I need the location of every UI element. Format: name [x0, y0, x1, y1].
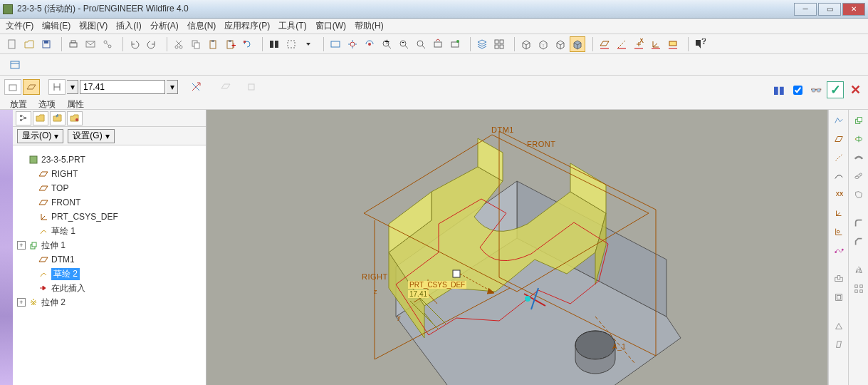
cut-icon[interactable]	[171, 36, 187, 52]
redo-icon[interactable]	[144, 36, 160, 52]
remove-material-icon[interactable]	[218, 79, 234, 95]
pause-icon[interactable]: ▮▮	[771, 82, 787, 98]
expand-icon[interactable]: +	[17, 241, 26, 250]
round-tool-icon[interactable]	[851, 215, 867, 231]
reorient-icon[interactable]	[430, 36, 446, 52]
swept-blend-tool-icon[interactable]	[851, 187, 867, 202]
view-mgr-icon[interactable]	[328, 36, 343, 52]
tree-show-button[interactable]: 显示(O)▾	[17, 129, 63, 143]
dimension-value[interactable]: 17.41	[408, 290, 429, 298]
menu-info[interactable]: 信息(N)	[187, 20, 216, 32]
help-icon[interactable]: ?	[692, 36, 708, 52]
mirror-tool-icon[interactable]	[851, 262, 867, 278]
tree-settings-button[interactable]: 设置(G)▾	[68, 129, 114, 143]
datum-axis-toggle-icon[interactable]	[614, 36, 629, 52]
close-button[interactable]: ✕	[842, 3, 865, 16]
depth-value-dropdown-icon[interactable]: ▾	[167, 80, 178, 94]
tree-tab-model-icon[interactable]	[16, 111, 31, 125]
select-box-icon[interactable]	[283, 36, 299, 52]
tree-insert-here[interactable]: 在此插入	[14, 281, 204, 295]
datum-plane-toggle-icon[interactable]	[597, 36, 612, 52]
depth-value-input[interactable]	[80, 80, 165, 94]
orient-icon[interactable]	[362, 36, 377, 52]
ok-button[interactable]: ✓	[827, 81, 844, 98]
datum-point-tool-icon[interactable]: xx	[831, 187, 847, 202]
menu-help[interactable]: 帮助(H)	[355, 20, 384, 32]
3d-viewport[interactable]: DTM1 FRONT RIGHT PRT_CSYS_DEF 17.41 A_1 …	[206, 110, 828, 385]
tree-sketch2[interactable]: 草绘 2	[14, 267, 204, 281]
tree-sketch1[interactable]: 草绘 1	[14, 224, 204, 238]
menu-view[interactable]: 视图(V)	[79, 20, 108, 32]
depth-blind-icon[interactable]	[48, 79, 66, 95]
menu-insert[interactable]: 插入(I)	[116, 20, 141, 32]
wireframe-icon[interactable]	[518, 36, 534, 52]
menu-application[interactable]: 应用程序(P)	[224, 20, 270, 32]
dashboard-tab-options[interactable]: 选项	[38, 98, 56, 111]
tree-extrude1[interactable]: + 拉伸 1	[14, 238, 204, 252]
datum-plane-tool-icon[interactable]	[831, 131, 847, 147]
print-icon[interactable]	[66, 36, 81, 52]
depth-type-dropdown-icon[interactable]: ▾	[67, 80, 78, 94]
window-split-icon[interactable]	[7, 57, 23, 73]
expand-icon[interactable]: +	[17, 298, 26, 307]
annotations-toggle-icon[interactable]	[665, 36, 681, 52]
no-hidden-icon[interactable]	[553, 36, 568, 52]
sketch-line-icon[interactable]	[831, 113, 847, 128]
spin-center-icon[interactable]	[345, 36, 360, 52]
datum-axis-tool-icon[interactable]	[831, 150, 847, 165]
tree-csys[interactable]: PRT_CSYS_DEF	[14, 210, 204, 224]
tree-root[interactable]: 23-3-5.PRT	[14, 153, 204, 167]
rib-tool-icon[interactable]	[831, 318, 847, 334]
extrude-solid-icon[interactable]	[4, 79, 21, 95]
saved-view-icon[interactable]	[447, 36, 463, 52]
cancel-button[interactable]: ✕	[847, 81, 864, 98]
layers-icon[interactable]	[474, 36, 490, 52]
dashboard-tab-placement[interactable]: 放置	[10, 98, 27, 111]
menu-file[interactable]: 文件(F)	[6, 20, 33, 32]
datum-point-toggle-icon[interactable]: x	[631, 36, 647, 52]
menu-edit[interactable]: 编辑(E)	[42, 20, 70, 32]
new-icon[interactable]	[4, 36, 20, 52]
tree-datum-front[interactable]: FRONT	[14, 195, 204, 210]
zoom-out-icon[interactable]: -	[396, 36, 412, 52]
chamfer-tool-icon[interactable]	[851, 234, 867, 250]
tree-tab-folder-icon[interactable]	[33, 111, 48, 125]
find-icon[interactable]	[266, 36, 282, 52]
mail-icon[interactable]	[83, 36, 98, 52]
shading-icon[interactable]	[570, 36, 585, 52]
save-icon[interactable]	[38, 36, 54, 52]
copy-icon[interactable]	[188, 36, 204, 52]
csys-toggle-icon[interactable]	[648, 36, 664, 52]
revolve-tool-icon[interactable]	[851, 131, 867, 147]
tree-extrude2[interactable]: + ※ 拉伸 2	[14, 295, 204, 309]
model-tree[interactable]: 23-3-5.PRT RIGHT TOP FRONT PRT_CSYS_DEF	[13, 145, 206, 385]
menu-tools[interactable]: 工具(T)	[278, 20, 306, 32]
tree-tab-connections-icon[interactable]	[67, 111, 83, 125]
tree-datum-right[interactable]: RIGHT	[14, 167, 204, 181]
hidden-line-icon[interactable]	[535, 36, 551, 52]
style-tool-icon[interactable]	[831, 242, 847, 258]
minimize-button[interactable]: ─	[794, 3, 817, 16]
maximize-button[interactable]: ▭	[818, 3, 841, 16]
thicken-icon[interactable]	[244, 79, 259, 95]
copy-link-icon[interactable]	[100, 36, 115, 52]
menu-analysis[interactable]: 分析(A)	[150, 20, 179, 32]
select-dropdown-icon[interactable]	[300, 36, 316, 52]
menu-window[interactable]: 窗口(W)	[315, 20, 346, 32]
view-manager-icon[interactable]	[491, 36, 507, 52]
preview-icon[interactable]: 👓	[808, 82, 824, 98]
shell-tool-icon[interactable]	[831, 289, 847, 305]
sketch-tool-icon[interactable]	[831, 224, 847, 240]
undo-icon[interactable]	[127, 36, 142, 52]
tree-tab-favorites-icon[interactable]: *	[50, 111, 66, 125]
extrude-tool-icon[interactable]	[851, 113, 867, 128]
regenerate-icon[interactable]	[239, 36, 255, 52]
hole-tool-icon[interactable]	[831, 271, 847, 287]
zoom-in-icon[interactable]: +	[379, 36, 394, 52]
paste-special-icon[interactable]: +	[222, 36, 238, 52]
extrude-surface-icon[interactable]	[23, 79, 40, 95]
refit-icon[interactable]	[413, 36, 429, 52]
flip-direction-icon[interactable]	[188, 79, 204, 95]
draft-tool-icon[interactable]	[831, 337, 847, 352]
pattern-tool-icon[interactable]	[851, 281, 867, 297]
